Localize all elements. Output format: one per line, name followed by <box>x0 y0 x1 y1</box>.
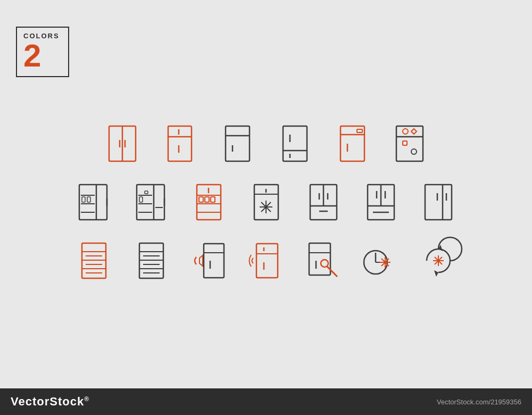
svg-point-21 <box>403 129 408 134</box>
svg-rect-47 <box>205 197 209 202</box>
icons-row-1 <box>72 122 460 165</box>
list-item <box>417 239 460 282</box>
list-item <box>101 122 144 165</box>
footer-url: VectorStock.com/21959356 <box>437 398 521 406</box>
list-item <box>273 122 316 165</box>
svg-rect-38 <box>139 197 143 202</box>
svg-rect-91 <box>256 244 278 278</box>
icons-row-2 <box>72 181 460 223</box>
svg-rect-46 <box>199 197 203 202</box>
list-item <box>417 181 460 223</box>
list-item <box>302 239 345 282</box>
icons-row-3 <box>72 239 460 282</box>
svg-rect-69 <box>425 185 452 220</box>
list-item <box>245 239 287 282</box>
list-item <box>216 122 259 165</box>
footer-logo: VectorStock® <box>11 395 89 409</box>
colors-number: 2 <box>23 40 62 72</box>
svg-point-24 <box>411 149 417 154</box>
list-item <box>302 181 345 223</box>
list-item <box>245 181 287 223</box>
svg-rect-30 <box>82 197 85 202</box>
main-area: COLORS 2 <box>0 0 532 388</box>
colors-badge: COLORS 2 <box>16 27 69 77</box>
svg-marker-87 <box>200 255 203 266</box>
svg-rect-95 <box>309 243 330 275</box>
icons-container <box>72 122 460 282</box>
list-item <box>331 122 373 165</box>
svg-rect-11 <box>283 126 307 161</box>
svg-rect-39 <box>145 191 148 194</box>
list-item <box>159 122 201 165</box>
list-item <box>388 122 431 165</box>
svg-point-99 <box>321 260 328 267</box>
svg-marker-107 <box>434 270 438 277</box>
svg-rect-15 <box>340 126 364 161</box>
svg-rect-4 <box>168 126 192 161</box>
svg-rect-31 <box>87 197 90 202</box>
list-item <box>187 239 230 282</box>
svg-marker-22 <box>411 129 417 134</box>
footer-trademark: ® <box>84 395 89 403</box>
footer-logo-text: VectorStock <box>11 395 84 408</box>
list-item <box>360 239 402 282</box>
svg-rect-48 <box>211 197 215 202</box>
footer-bar: VectorStock® VectorStock.com/21959356 <box>0 388 532 415</box>
list-item <box>72 181 115 223</box>
svg-rect-88 <box>204 244 224 278</box>
list-item <box>360 181 402 223</box>
svg-rect-8 <box>226 126 250 161</box>
svg-rect-17 <box>357 129 362 132</box>
list-item <box>130 181 172 223</box>
svg-rect-23 <box>403 141 407 145</box>
list-item <box>187 181 230 223</box>
svg-rect-19 <box>396 126 423 161</box>
list-item <box>72 239 115 282</box>
list-item <box>130 239 172 282</box>
